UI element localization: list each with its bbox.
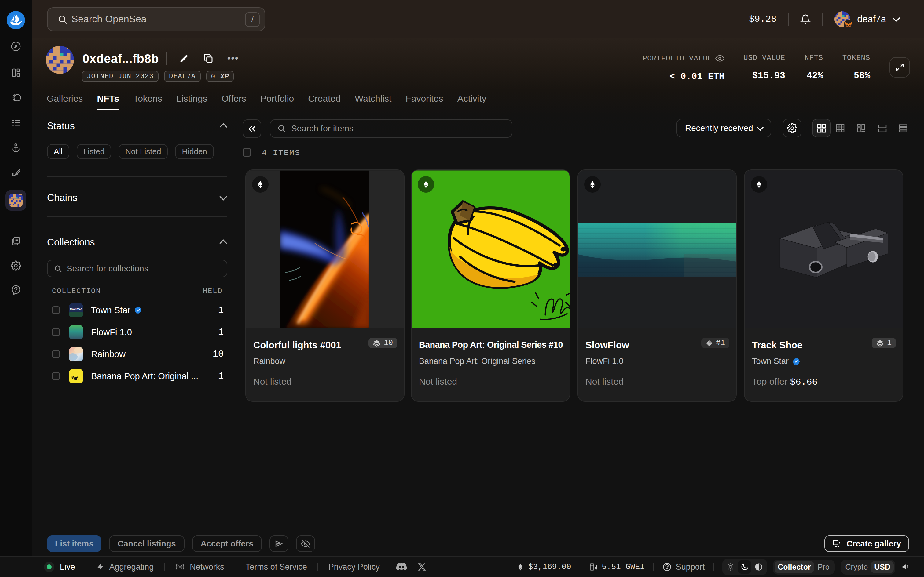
svg-text:TOWNSTAR: TOWNSTAR xyxy=(70,308,83,311)
